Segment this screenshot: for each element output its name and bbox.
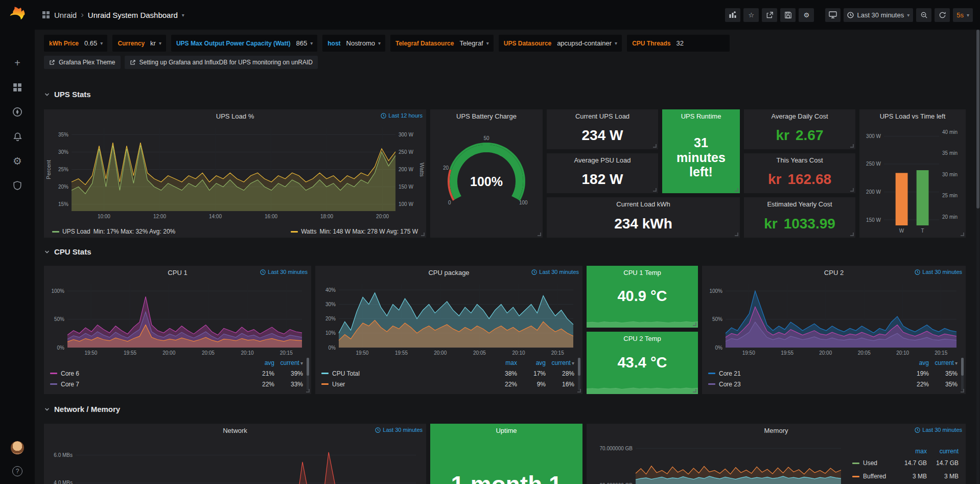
ups-vs-time-bar-chart[interactable]: 150 W200 W250 W300 W20 min25 min30 min35… (861, 125, 964, 234)
user-avatar[interactable] (10, 440, 25, 455)
legend-sort-current[interactable]: current▾ (546, 359, 574, 366)
section-network-memory[interactable]: Network / Memory (44, 405, 120, 413)
zoom-out-button[interactable] (916, 8, 931, 22)
svg-text:30%: 30% (325, 302, 336, 307)
panel-title[interactable]: Current UPS Load (547, 109, 658, 123)
scrollbar-thumb[interactable] (976, 30, 979, 209)
legend-series-toggle[interactable]: Core 23 (708, 381, 900, 388)
legend-sort-max[interactable]: max (488, 359, 517, 366)
legend-series-toggle[interactable]: User (321, 381, 488, 388)
panel-title[interactable]: UPS Load vs Time left (859, 109, 966, 123)
time-range-picker[interactable]: Last 30 minutes ▾ (844, 8, 913, 22)
scrollbar-thumb[interactable] (578, 358, 580, 376)
page-scrollbar[interactable] (976, 30, 979, 484)
panel-title[interactable]: UPS Runtime (662, 109, 740, 123)
legend-sort-avg[interactable]: avg (246, 359, 274, 366)
svg-text:20:15: 20:15 (551, 350, 564, 356)
network-chart[interactable]: 2.0 MBs4.0 MBs6.0 MBs (48, 438, 422, 484)
scrollbar-thumb[interactable] (307, 358, 309, 376)
legend-scrollbar[interactable] (961, 358, 964, 390)
panel-resize-handle[interactable] (653, 188, 657, 192)
dashboard-link-ups-guide[interactable]: Setting up Grafana and InfluxDB for UPS … (125, 56, 318, 69)
panel-title[interactable]: Uptime (430, 424, 582, 437)
memory-chart[interactable]: 50.000000 GB60.000000 GB70.000000 GB (591, 438, 846, 484)
panel-title[interactable]: Current Load kWh (547, 197, 740, 211)
ups-load-chart[interactable]: 15%20%25%30%35%100 W150 W200 W250 W300 W… (51, 125, 419, 219)
panel-resize-handle[interactable] (961, 233, 964, 236)
legend-sort-current[interactable]: current▾ (274, 359, 303, 366)
variable-value-dropdown[interactable]: Telegraf (456, 39, 486, 47)
variable-value-dropdown[interactable]: kr (147, 39, 159, 47)
section-cpu-stats[interactable]: CPU Stats (44, 247, 91, 256)
panel-title[interactable]: UPS Battery Charge (430, 109, 543, 123)
section-ups-stats[interactable]: UPS Stats (44, 90, 91, 99)
configuration-gear-icon[interactable]: ⚙ (10, 153, 25, 169)
legend-sort-avg[interactable]: avg (517, 359, 546, 366)
explore-compass-icon[interactable] (10, 104, 25, 120)
dashboards-icon[interactable] (10, 80, 25, 95)
breadcrumb-title[interactable]: Unraid System Dashboard (88, 11, 178, 19)
panel-title[interactable]: UPS Load % (44, 109, 426, 123)
panel-title[interactable]: Average Daily Cost (744, 109, 855, 123)
legend-sort-current[interactable]: current▾ (929, 359, 958, 366)
legend-series-toggle[interactable]: Used (852, 459, 895, 467)
variable-value-dropdown[interactable]: apcupsd-container (554, 39, 615, 47)
cpu2-chart[interactable]: 0%50%100%19:5019:5520:0020:0520:1020:15 (706, 281, 962, 356)
panel-title[interactable]: CPU 1 Temp (587, 266, 698, 279)
panel-resize-handle[interactable] (693, 322, 696, 326)
save-dashboard-button[interactable] (780, 8, 796, 22)
legend-series-toggle[interactable]: Buffered (852, 473, 895, 480)
panel-title[interactable]: Estimated Yearly Cost (744, 197, 855, 211)
create-plus-icon[interactable]: + (10, 55, 25, 71)
panel-title[interactable]: CPU 2 Temp (587, 332, 698, 345)
legend-scrollbar[interactable] (578, 358, 580, 390)
legend-series-toggle[interactable]: CPU Total (321, 370, 488, 377)
panel-resize-handle[interactable] (850, 233, 854, 236)
panel-resize-handle[interactable] (850, 144, 854, 148)
help-icon[interactable]: ? (10, 464, 25, 479)
panel-resize-handle[interactable] (961, 389, 964, 393)
panel-resize-handle[interactable] (850, 188, 854, 192)
scrollbar-thumb[interactable] (961, 358, 964, 376)
panel-resize-handle[interactable] (693, 389, 696, 393)
cycle-view-mode-button[interactable] (825, 8, 841, 22)
legend-sort-max[interactable]: max (895, 448, 927, 455)
legend-series-toggle[interactable]: Core 7 (50, 381, 246, 388)
panel-resize-handle[interactable] (306, 389, 310, 393)
panel-title[interactable]: Network (44, 424, 426, 437)
battery-gauge[interactable]: 02050100100% (433, 124, 540, 235)
legend-series-toggle[interactable]: Core 6 (50, 370, 246, 377)
legend-sort-current[interactable]: current (927, 448, 959, 455)
server-admin-shield-icon[interactable] (10, 178, 25, 193)
variable-value-input[interactable]: 32 (673, 39, 730, 47)
panel-title[interactable]: Memory (587, 424, 966, 437)
refresh-interval-picker[interactable]: 5s ▾ (953, 8, 973, 22)
panel-resize-handle[interactable] (538, 233, 541, 236)
star-dashboard-button[interactable]: ☆ (743, 8, 759, 22)
alerting-bell-icon[interactable] (10, 129, 25, 144)
refresh-button[interactable] (935, 8, 950, 22)
legend-scrollbar[interactable] (307, 358, 309, 390)
add-panel-button[interactable] (725, 8, 740, 22)
dashboard-settings-button[interactable]: ⚙ (799, 8, 814, 22)
cpu1-chart[interactable]: 0%50%100%19:5019:5520:0020:0520:1020:15 (48, 281, 307, 356)
panel-resize-handle[interactable] (421, 233, 425, 236)
cpu-package-chart[interactable]: 0%10%20%30%40%19:5019:5520:0020:0520:102… (319, 281, 578, 356)
variable-value-dropdown[interactable]: 0.65 (81, 39, 100, 47)
panel-resize-handle[interactable] (735, 233, 738, 236)
dashboard-link-plex-theme[interactable]: Grafana Plex Theme (44, 56, 121, 69)
panel-title[interactable]: This Years Cost (744, 153, 855, 167)
legend-series-toggle[interactable]: Core 21 (708, 370, 900, 377)
panel-resize-handle[interactable] (653, 144, 657, 148)
panel-resize-handle[interactable] (577, 389, 581, 393)
panel-resize-handle[interactable] (735, 188, 738, 192)
share-dashboard-button[interactable] (762, 8, 777, 22)
panel-title[interactable]: Average PSU Load (547, 153, 658, 167)
legend-item[interactable]: UPS Load Min: 17% Max: 32% Avg: 20% (52, 228, 175, 235)
grafana-logo[interactable] (0, 0, 35, 29)
variable-value-dropdown[interactable]: Nostromo (343, 39, 378, 47)
legend-item[interactable]: Watts Min: 148 W Max: 278 W Avg: 175 W (291, 228, 418, 235)
breadcrumb-org[interactable]: Unraid (54, 11, 77, 19)
variable-value-dropdown[interactable]: 865 (293, 39, 311, 47)
legend-sort-avg[interactable]: avg (900, 359, 929, 366)
